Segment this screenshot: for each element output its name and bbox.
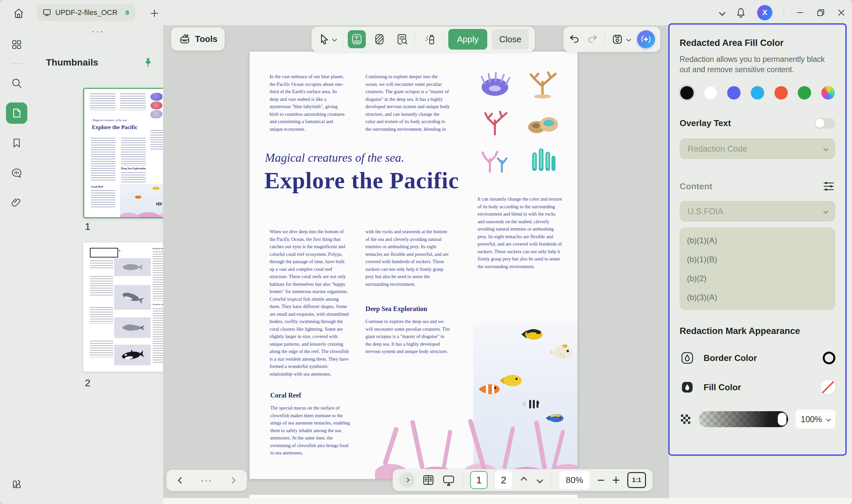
next-page-icon[interactable] xyxy=(536,477,543,483)
sidebar-item-home-grid[interactable] xyxy=(6,34,27,55)
comment-icon xyxy=(11,167,23,179)
sidebar-item-comments[interactable] xyxy=(6,162,27,184)
fill-color-none-swatch[interactable] xyxy=(821,380,835,395)
chevron-down-icon xyxy=(823,209,828,214)
toolbox-icon xyxy=(178,33,191,45)
page-1-number: 1 xyxy=(85,221,90,232)
close-button[interactable] xyxy=(837,8,846,17)
thumb1-text-lines xyxy=(121,138,146,166)
close-redaction-button[interactable]: Close xyxy=(492,29,529,50)
sidebar-item-attachments[interactable] xyxy=(6,192,27,214)
overlay-text-toggle[interactable] xyxy=(815,118,835,128)
code-option[interactable]: (b)(1)(B) xyxy=(680,250,835,269)
sidebar-item-thumbnails[interactable] xyxy=(6,103,27,124)
page-button-1[interactable]: 1 xyxy=(470,471,487,489)
fill-droplet-icon xyxy=(680,380,695,395)
panel-description: Redaction allows you to permanently blac… xyxy=(680,54,835,75)
thumbnails-panel: ··· Thumbnails Magical creatures of the … xyxy=(33,25,163,504)
forward-icon[interactable] xyxy=(229,477,236,484)
code-option[interactable]: (b)(3)(A) xyxy=(680,288,835,307)
swatch-orange[interactable] xyxy=(775,86,788,100)
chevron-down-icon xyxy=(826,417,831,421)
nav-ellipsis[interactable]: ··· xyxy=(201,475,213,486)
toolbar-divider xyxy=(551,474,552,486)
toolbar-divider xyxy=(443,33,444,46)
opacity-slider-handle[interactable] xyxy=(778,413,786,426)
tentacles-paragraph: with the rocks and seaweeds at the botto… xyxy=(366,228,450,288)
filter-sliders-icon[interactable] xyxy=(822,180,835,193)
notifications-bell-icon[interactable] xyxy=(736,7,746,18)
sidebar-item-search[interactable] xyxy=(6,73,27,94)
redaction-code-select[interactable]: Redaction Code xyxy=(680,138,835,159)
document-canvas[interactable]: In the vast embrace of our blue planet, … xyxy=(163,25,669,498)
select-tool-button[interactable] xyxy=(318,34,338,45)
code-option[interactable]: (b)(2) xyxy=(680,269,835,288)
swatch-blue[interactable] xyxy=(727,86,741,100)
save-button[interactable] xyxy=(612,34,631,45)
redaction-properties-panel: Redacted Area Fill Color Redaction allow… xyxy=(668,23,847,456)
search-icon xyxy=(11,77,23,89)
actual-size-button[interactable]: 1:1 xyxy=(627,472,646,488)
border-color-swatch[interactable] xyxy=(823,352,835,364)
swatch-white[interactable] xyxy=(704,86,717,100)
apply-button[interactable]: Apply xyxy=(448,29,487,50)
presentation-mode-icon[interactable] xyxy=(442,474,455,486)
toolbar-divider xyxy=(343,33,343,46)
page-button-2[interactable]: 2 xyxy=(495,471,512,489)
undo-icon[interactable] xyxy=(569,34,580,45)
history-toolbar xyxy=(564,26,660,52)
new-tab-button[interactable] xyxy=(148,7,160,19)
opacity-checker-icon xyxy=(680,413,692,425)
thumb1-coral-reef-heading: Coral Reef xyxy=(91,185,103,188)
pdf-page-1[interactable]: In the vast embrace of our blue planet, … xyxy=(250,52,578,479)
content-category-select[interactable]: U.S.FOIA xyxy=(680,201,835,221)
user-avatar[interactable]: X xyxy=(757,5,773,20)
back-icon[interactable] xyxy=(178,477,184,484)
zoom-level-value[interactable]: 80% xyxy=(559,471,590,489)
zoom-out-button[interactable]: − xyxy=(597,473,605,487)
code-option[interactable]: (b)(1)(A) xyxy=(680,231,835,250)
thumb2-whale-image xyxy=(114,285,151,310)
redact-text-tool-button[interactable] xyxy=(348,30,366,48)
swatch-green[interactable] xyxy=(798,86,811,100)
content-category-value: U.S.FOIA xyxy=(688,206,723,216)
swatch-black[interactable] xyxy=(680,86,694,100)
panel-title: Redacted Area Fill Color xyxy=(680,38,835,48)
redaction-toolbar: Apply Close xyxy=(312,26,535,52)
panel-drag-handle[interactable]: ··· xyxy=(92,26,105,36)
restore-button[interactable] xyxy=(816,8,826,17)
appearance-section-title: Redaction Mark Appearance xyxy=(680,326,835,336)
thumb2-text-lines xyxy=(90,276,113,297)
opacity-value-dropdown[interactable]: 100% xyxy=(795,410,835,429)
swatch-custom-rainbow[interactable] xyxy=(821,86,835,100)
page-tagline: Magical creatures of the sea. xyxy=(265,151,404,165)
sidebar-item-bookmarks[interactable] xyxy=(6,132,27,154)
zoom-in-button[interactable]: + xyxy=(612,473,620,487)
thumb1-text-lines xyxy=(91,190,116,208)
expand-controls-button[interactable] xyxy=(400,472,415,488)
ai-assistant-button[interactable] xyxy=(637,30,655,48)
border-color-label: Border Color xyxy=(704,353,757,363)
page-layout-icon[interactable] xyxy=(422,474,434,486)
status-strip xyxy=(163,498,852,504)
document-tab[interactable]: UPDF-2-files_OCR xyxy=(37,4,135,21)
sidebar-item-appearance-palette[interactable] xyxy=(6,473,27,495)
sanitize-tool-button[interactable] xyxy=(421,30,439,48)
pin-icon[interactable] xyxy=(143,57,153,68)
previous-page-icon[interactable] xyxy=(520,477,527,483)
home-button[interactable] xyxy=(11,6,26,21)
search-and-redact-tool-button[interactable] xyxy=(393,30,411,48)
redact-area-tool-button[interactable] xyxy=(370,30,388,48)
minimize-button[interactable] xyxy=(795,8,805,17)
window-menu-chevron-icon[interactable] xyxy=(719,9,726,16)
fish-photo-collage xyxy=(375,323,578,479)
redo-icon[interactable] xyxy=(587,34,598,45)
pink-coral-photo xyxy=(375,406,578,479)
opacity-slider[interactable] xyxy=(699,411,788,427)
thumb1-text-lines xyxy=(121,172,146,185)
tools-button[interactable]: Tools xyxy=(171,27,225,51)
fill-color-label: Fill Color xyxy=(704,382,741,393)
thumb2-redaction-box xyxy=(90,248,118,257)
thumb2-text-lines xyxy=(90,260,113,268)
swatch-cyan[interactable] xyxy=(751,86,764,100)
